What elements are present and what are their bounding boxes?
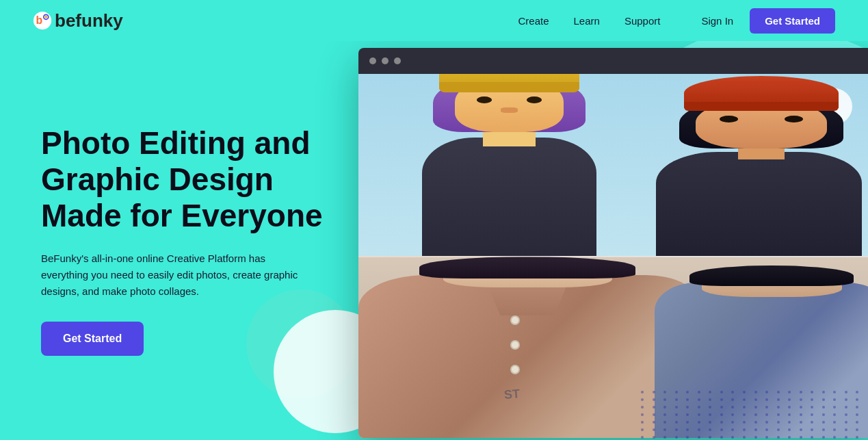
dot-item xyxy=(856,428,858,431)
hero-left: Photo Editing and Graphic Design Made fo… xyxy=(0,41,328,440)
dot-item xyxy=(811,421,813,424)
dot-item xyxy=(788,413,791,416)
dot-item xyxy=(822,391,825,393)
dot-item xyxy=(856,436,858,439)
dot-item xyxy=(663,398,666,401)
dot-item xyxy=(800,413,802,416)
browser-bar xyxy=(358,48,868,74)
dot-item xyxy=(845,413,847,416)
nav-support[interactable]: Support xyxy=(624,15,661,27)
dot-item xyxy=(709,398,711,401)
dot-item xyxy=(641,436,644,439)
dot-item xyxy=(653,391,655,393)
nav-create[interactable]: Create xyxy=(518,15,549,27)
dot-item xyxy=(788,428,791,431)
dot-item xyxy=(777,436,780,439)
dot-item xyxy=(698,436,700,439)
dot-item xyxy=(788,421,791,424)
dot-item xyxy=(641,421,644,424)
dot-item xyxy=(653,398,655,401)
dot-item xyxy=(743,436,746,439)
dot-item xyxy=(653,421,655,424)
nav-links: Create Learn Support xyxy=(518,15,660,27)
dot-item xyxy=(833,398,836,401)
body-left xyxy=(422,138,596,256)
eye-left-2 xyxy=(527,96,542,103)
dot-item xyxy=(754,413,757,416)
dot-item xyxy=(675,421,678,424)
dot-item xyxy=(675,406,678,409)
logo[interactable]: b befunky xyxy=(33,10,123,31)
dot-item xyxy=(754,391,757,393)
dot-item xyxy=(731,413,734,416)
dot-item xyxy=(720,398,723,401)
dot-item xyxy=(731,421,734,424)
nav-right: Sign In Get Started xyxy=(701,8,835,34)
dot-item xyxy=(675,391,678,393)
dot-item xyxy=(698,406,700,409)
dot-item xyxy=(811,428,813,431)
dot-item xyxy=(731,398,734,401)
dot-item xyxy=(765,406,768,409)
dot-item xyxy=(663,413,666,416)
dot-item xyxy=(731,436,734,439)
collar xyxy=(460,283,595,315)
dot-item xyxy=(698,413,700,416)
dot-item xyxy=(663,428,666,431)
hat-yellow xyxy=(439,74,579,92)
dot-item xyxy=(788,391,791,393)
browser-dot-1 xyxy=(369,57,376,64)
dot-item xyxy=(822,428,825,431)
nose-left xyxy=(501,107,518,113)
dot-item xyxy=(822,398,825,401)
dot-item xyxy=(833,391,836,393)
dot-item xyxy=(856,398,858,401)
logo-icon: b xyxy=(33,11,52,30)
dot-item xyxy=(686,391,689,393)
browser-divider xyxy=(358,256,868,257)
dot-item xyxy=(788,398,791,401)
hair-bottom-right xyxy=(689,266,853,286)
photo-top xyxy=(358,74,868,256)
sign-in-link[interactable]: Sign In xyxy=(701,15,733,27)
woman-right-container xyxy=(644,83,868,256)
dot-item xyxy=(845,398,847,401)
dot-item xyxy=(845,391,847,393)
dot-item xyxy=(641,413,644,416)
dot-item xyxy=(833,436,836,439)
get-started-hero-button[interactable]: Get Started xyxy=(41,322,144,356)
browser-frame: ST xyxy=(358,48,868,438)
dot-item xyxy=(856,421,858,424)
dot-item xyxy=(641,406,644,409)
dot-item xyxy=(754,406,757,409)
dot-item xyxy=(686,398,689,401)
get-started-nav-button[interactable]: Get Started xyxy=(750,8,835,34)
dot-item xyxy=(743,421,746,424)
hat-fold xyxy=(439,82,579,92)
nav-learn[interactable]: Learn xyxy=(574,15,600,27)
dot-item xyxy=(731,391,734,393)
dot-item xyxy=(788,436,791,439)
dot-item xyxy=(698,428,700,431)
logo-wordmark: befunky xyxy=(55,10,123,31)
dot-item xyxy=(833,413,836,416)
dot-item xyxy=(777,398,780,401)
dot-item xyxy=(754,421,757,424)
dot-item xyxy=(845,436,847,439)
dot-item xyxy=(653,436,655,439)
dot-item xyxy=(845,428,847,431)
dot-item xyxy=(811,406,813,409)
dot-item xyxy=(845,406,847,409)
dot-item xyxy=(641,428,644,431)
svg-text:b: b xyxy=(36,14,42,26)
dot-item xyxy=(663,421,666,424)
browser-mockup: ST xyxy=(358,48,868,438)
dot-item xyxy=(777,406,780,409)
dot-item xyxy=(856,391,858,393)
dot-item xyxy=(720,428,723,431)
dot-item xyxy=(720,391,723,393)
dot-item xyxy=(709,391,711,393)
dot-item xyxy=(856,413,858,416)
button-2 xyxy=(510,340,520,350)
dot-item xyxy=(709,406,711,409)
